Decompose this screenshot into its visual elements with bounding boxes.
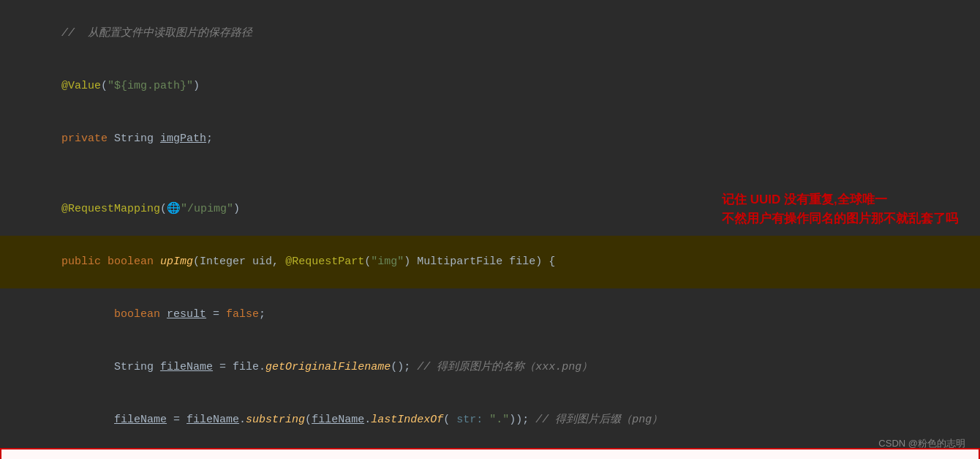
- var-token: fileName: [160, 361, 213, 373]
- keyword-token: boolean: [114, 308, 167, 321]
- line-content: boolean result = false;: [22, 288, 965, 341]
- code-line-highlighted: public boolean upImg(Integer uid, @Reque…: [0, 236, 980, 288]
- var-token: result: [167, 308, 206, 321]
- type-token: String: [114, 133, 160, 145]
- gutter: [7, 113, 18, 130]
- gutter: [7, 394, 18, 411]
- keyword-token: false: [226, 308, 259, 321]
- line-content: @Value("${img.path}"): [22, 60, 965, 113]
- plain-token: ;: [259, 308, 265, 321]
- comment-token: // 得到图片后缀（png）: [535, 414, 663, 426]
- paren-token: (: [443, 414, 456, 426]
- code-line: // 从配置文件中读取图片的保存路径: [0, 7, 980, 60]
- var-token: fileName: [312, 414, 364, 426]
- var-token: fileName: [186, 414, 239, 426]
- gutter: [7, 165, 18, 183]
- code-editor: // 从配置文件中读取图片的保存路径 @Value("${img.path}")…: [0, 0, 980, 459]
- param-token: uid: [252, 255, 272, 268]
- annotation-line2: 不然用户有操作同名的图片那不就乱套了吗: [722, 209, 958, 228]
- plain-token: [61, 414, 114, 426]
- string-token: "img": [371, 255, 404, 268]
- type-token: Integer: [200, 255, 252, 268]
- paren-token: ): [233, 203, 240, 215]
- line-content: // 从配置文件中读取图片的保存路径: [22, 7, 965, 60]
- annotation-token: @Value: [61, 80, 101, 92]
- line-content: private String imgPath;: [22, 113, 965, 165]
- plain-token: ;: [206, 133, 213, 145]
- comment-token: // 得到原图片的名称（xxx.png）: [417, 361, 592, 373]
- string-token: ".": [489, 414, 509, 426]
- code-line: @Value("${img.path}"): [0, 60, 980, 113]
- method-token: lastIndexOf: [371, 414, 443, 426]
- code-line: [0, 165, 980, 183]
- paren-token: ): [404, 255, 417, 268]
- method-token: upImg: [160, 255, 193, 268]
- plain-token: .: [259, 361, 265, 373]
- param-token: file: [509, 255, 535, 268]
- type-token: String: [114, 361, 160, 373]
- gutter: [7, 60, 18, 78]
- type-token: MultipartFile: [417, 255, 509, 268]
- gutter: [7, 341, 18, 359]
- uuid-line: fileName = UUID.randomUUID().toString() …: [0, 448, 980, 459]
- keyword-token: private: [61, 133, 114, 145]
- hint-token: str:: [456, 414, 489, 426]
- annotation-token: @RequestMapping: [61, 203, 160, 215]
- line-content: fileName = UUID.randomUUID().toString() …: [23, 451, 964, 459]
- paren-token: (: [305, 414, 312, 426]
- paren-token: ) {: [535, 255, 555, 268]
- var-token: file: [233, 361, 259, 373]
- annotation-bubble: 记住 UUID 没有重复,全球唯一 不然用户有操作同名的图片那不就乱套了吗: [722, 190, 958, 228]
- line-content: [22, 165, 965, 183]
- method-token: substring: [246, 414, 305, 426]
- var-token: imgPath: [160, 133, 206, 145]
- comment-token: // 从配置文件中读取图片的保存路径: [61, 27, 252, 40]
- paren-token: (: [364, 255, 371, 268]
- var-token: fileName: [114, 414, 167, 426]
- paren-token: (: [101, 80, 108, 92]
- paren-token: (: [160, 203, 167, 215]
- plain-token: ,: [272, 255, 285, 268]
- plain-token: =: [206, 308, 226, 321]
- keyword-token: public: [61, 255, 108, 268]
- line-content: fileName = fileName.substring(fileName.l…: [22, 394, 965, 447]
- gutter: [7, 183, 18, 201]
- gutter: [7, 236, 18, 253]
- paren-token: (: [193, 255, 200, 268]
- paren-token: ));: [509, 414, 535, 426]
- paren-token: ();: [391, 361, 417, 373]
- code-line: String fileName = file.getOriginalFilena…: [0, 341, 980, 394]
- plain-token: [61, 361, 114, 373]
- gutter: [7, 7, 18, 25]
- keyword-token: boolean: [108, 255, 160, 268]
- gutter: [7, 288, 18, 306]
- paren-token: ): [193, 80, 200, 92]
- annotation-line1: 记住 UUID 没有重复,全球唯一: [722, 190, 958, 209]
- plain-token: =: [167, 414, 186, 426]
- plain-token: [61, 308, 114, 321]
- line-content: String fileName = file.getOriginalFilena…: [22, 341, 965, 394]
- string-token: "/upimg": [181, 203, 233, 215]
- line-content: public boolean upImg(Integer uid, @Reque…: [22, 236, 965, 288]
- string-token: "${img.path}": [108, 80, 193, 92]
- gutter: [9, 451, 19, 459]
- code-line: private String imgPath;: [0, 113, 980, 165]
- annotation-token: @RequestPart: [285, 255, 364, 268]
- plain-token: =: [213, 361, 233, 373]
- code-line: boolean result = false;: [0, 288, 980, 341]
- plain-token: .: [239, 414, 246, 426]
- code-line: fileName = fileName.substring(fileName.l…: [0, 394, 980, 447]
- plain-token: .: [364, 414, 371, 426]
- method-token: getOriginalFilename: [265, 361, 391, 373]
- watermark: CSDN @粉色的志明: [878, 436, 965, 452]
